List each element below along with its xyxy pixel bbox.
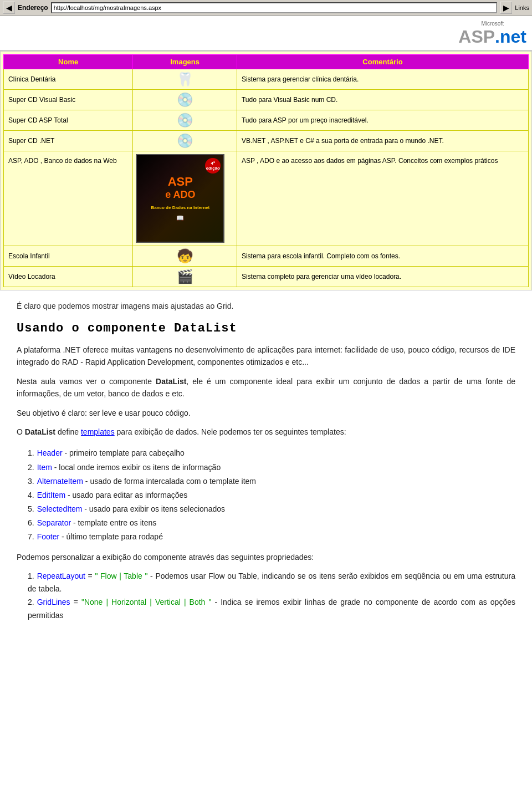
cell-image: 💿 — [133, 131, 237, 151]
template-name: Header — [37, 448, 63, 457]
table-row-large: ASP, ADO , Banco de dados na Web 4ª ediç… — [4, 151, 529, 246]
template-desc: - template entre os itens — [71, 518, 156, 527]
template-num: 2. — [28, 463, 34, 472]
property-item: 1.RepeatLayout = " Flow | Table " - Pode… — [28, 570, 515, 596]
paragraph-2: Nesta aula vamos ver o componente DataLi… — [17, 375, 515, 400]
prop-num: 2. — [28, 598, 34, 606]
properties-intro: Podemos personalizar a exibição do compo… — [17, 553, 515, 562]
prop-eq: = — [85, 572, 95, 580]
templates-link[interactable]: templates — [81, 427, 115, 436]
cell-name: Escola Infantil — [4, 246, 133, 267]
go-button[interactable]: ▶ — [500, 2, 512, 14]
book-cover: 4ª edição ASP e ADO Banco de Dados na In… — [136, 154, 224, 243]
asp-text: ASP — [458, 27, 495, 47]
cell-image: 💿 — [133, 90, 237, 110]
book-decoration: 📖 — [176, 215, 184, 222]
book-edition: 4ª edição — [205, 158, 221, 174]
paragraph-3: Seu objetivo é claro: ser leve e usar po… — [17, 407, 515, 419]
template-name: EditItem — [37, 491, 65, 499]
url-input[interactable] — [51, 2, 498, 13]
cell-name: Super CD Visual Basic — [4, 90, 133, 110]
prop-name: GridLines — [37, 598, 70, 606]
data-table-container: Nome Imagens Comentário Clínica Dentária… — [0, 51, 532, 290]
browser-toolbar: ◀ Endereço ▶ Links — [0, 0, 532, 16]
cell-comment: VB.NET , ASP.NET e C# a sua porta de ent… — [237, 131, 528, 151]
aspnet-logo: Microsoft ASP . net — [458, 21, 526, 47]
cell-image: 🧒 — [133, 246, 237, 267]
template-desc: - local onde iremos exibir os itens de i… — [52, 463, 221, 472]
paragraph-4: O DataList define templates para exibiçã… — [17, 426, 515, 438]
property-item: 2.GridLines = "None | Horizontal | Verti… — [28, 596, 515, 623]
template-item: 3.AlternateItem - usado de forma interca… — [28, 475, 515, 488]
template-name: Item — [37, 463, 52, 472]
p4-prefix: O — [17, 427, 25, 436]
template-name: Footer — [37, 532, 59, 541]
template-num: 4. — [28, 491, 34, 499]
template-item: 2.Item - local onde iremos exibir os ite… — [28, 461, 515, 475]
template-num: 5. — [28, 504, 34, 513]
template-desc: - primeiro template para cabeçalho — [63, 448, 185, 457]
cell-name: Super CD .NET — [4, 131, 133, 151]
cell-image: 🎬 — [133, 267, 237, 287]
table-row: Clínica Dentária 🦷 Sistema para gerencia… — [4, 69, 529, 90]
col-nome: Nome — [4, 55, 133, 69]
p4-suffix: para exibição de dados. Nele podemos ter… — [115, 427, 346, 436]
template-desc: - usado para exibir os itens selecionado… — [82, 504, 225, 513]
paragraph-1-text: A plataforma .NET oferece muitas vantage… — [17, 345, 515, 366]
template-num: 7. — [28, 532, 34, 541]
cell-comment-large: ASP , ADO e ao acesso aos dados em págin… — [237, 151, 528, 246]
product-icon: 💿 — [177, 133, 193, 148]
table-header-row: Nome Imagens Comentário — [4, 55, 529, 69]
table-row: Escola Infantil 🧒 Sistema para escola in… — [4, 246, 529, 267]
cell-comment: Tudo para Visual Basic num CD. — [237, 90, 528, 110]
cell-image: 🦷 — [133, 69, 237, 90]
back-button[interactable]: ◀ — [3, 2, 15, 14]
template-name: SelectedItem — [37, 504, 83, 513]
book-asp: ASP — [168, 175, 193, 188]
address-label: Endereço — [18, 4, 48, 12]
cell-image: 💿 — [133, 110, 237, 131]
template-name: AlternateItem — [37, 477, 83, 486]
col-imagens: Imagens — [133, 55, 237, 69]
col-comentario: Comentário — [237, 55, 528, 69]
book-ado: e ADO — [165, 189, 195, 201]
data-table: Nome Imagens Comentário Clínica Dentária… — [3, 54, 529, 287]
cell-comment: Tudo para ASP por um preço inacreditável… — [237, 110, 528, 131]
product-icon: 💿 — [177, 113, 193, 127]
table-row: Super CD ASP Total 💿 Tudo para ASP por u… — [4, 110, 529, 131]
datalist-bold-2: DataList — [25, 427, 55, 436]
template-num: 3. — [28, 477, 34, 486]
net-text: net — [500, 27, 526, 47]
templates-list: 1.Header - primeiro template para cabeça… — [28, 446, 515, 544]
product-icon: 🦷 — [177, 72, 193, 86]
template-num: 6. — [28, 518, 34, 527]
table-row: Super CD Visual Basic 💿 Tudo para Visual… — [4, 90, 529, 110]
properties-list: 1.RepeatLayout = " Flow | Table " - Pode… — [28, 570, 515, 623]
template-item: 6.Separator - template entre os itens — [28, 516, 515, 530]
table-row: Vídeo Locadora 🎬 Sistema completo para g… — [4, 267, 529, 287]
prop-eq: = — [70, 598, 81, 606]
prop-value: " Flow | Table " — [95, 572, 147, 580]
template-desc: - usado de forma intercalada com o templ… — [83, 477, 256, 486]
book-subtitle: Banco de Dados na Internet — [148, 205, 212, 210]
product-icon: 🧒 — [177, 248, 193, 263]
cell-image-large: 4ª edição ASP e ADO Banco de Dados na In… — [133, 151, 237, 246]
cell-name-large: ASP, ADO , Banco de dados na Web — [4, 151, 133, 246]
intro-text: É claro que podemos mostrar imagens mais… — [17, 302, 515, 310]
product-icon: 🎬 — [177, 269, 193, 284]
template-desc: - último template para rodapé — [59, 532, 163, 541]
cell-comment: Sistema para escola infantil. Completo c… — [237, 246, 528, 267]
product-icon: 💿 — [177, 92, 193, 107]
template-item: 1.Header - primeiro template para cabeça… — [28, 446, 515, 460]
main-content: É claro que podemos mostrar imagens mais… — [0, 290, 532, 639]
paragraph-1: A plataforma .NET oferece muitas vantage… — [17, 344, 515, 369]
prop-value: "None | Horizontal | Vertical | Both " — [81, 598, 212, 606]
template-item: 4.EditItem - usado para editar as inform… — [28, 488, 515, 502]
prop-num: 1. — [28, 572, 34, 580]
template-desc: - usado para editar as informações — [65, 491, 187, 499]
table-row: Super CD .NET 💿 VB.NET , ASP.NET e C# a … — [4, 131, 529, 151]
template-item: 7.Footer - último template para rodapé — [28, 530, 515, 544]
template-name: Separator — [37, 518, 71, 527]
links-label: Links — [515, 4, 529, 11]
template-item: 5.SelectedItem - usado para exibir os it… — [28, 502, 515, 516]
